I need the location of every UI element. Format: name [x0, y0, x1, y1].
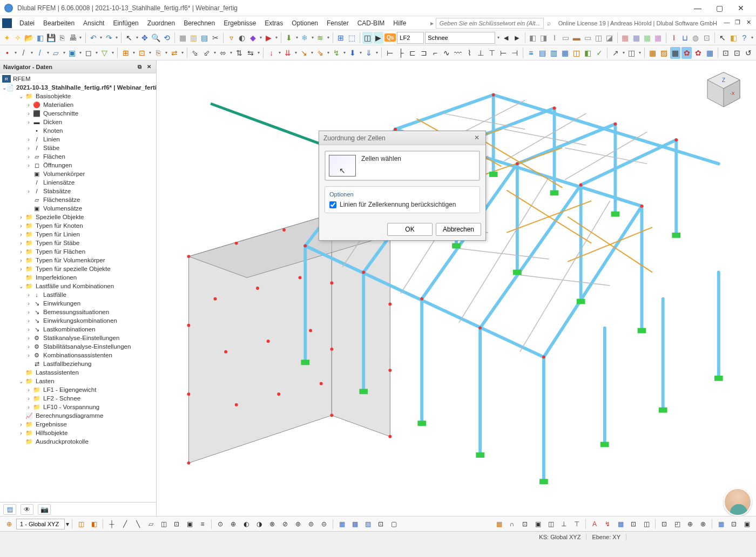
- menu-bearbeiten[interactable]: Bearbeiten: [39, 17, 79, 29]
- redo-icon[interactable]: ↷: [104, 32, 114, 44]
- results-toggle-icon[interactable]: ◫: [362, 32, 372, 44]
- tree-item[interactable]: /Liniensätze: [2, 178, 154, 187]
- disp2-icon[interactable]: ▩: [349, 518, 361, 530]
- select-cells-icon[interactable]: [329, 155, 356, 176]
- load2-icon[interactable]: ⇊: [282, 47, 293, 59]
- tree-item[interactable]: ›↘Einwirkungskombinationen: [2, 316, 154, 325]
- panel-icon[interactable]: ▤: [200, 32, 210, 44]
- d2-icon[interactable]: ◫: [626, 47, 637, 59]
- node-icon[interactable]: •: [2, 47, 12, 59]
- edit2-icon[interactable]: ⬃: [201, 47, 212, 59]
- prev-lc-icon[interactable]: ◄: [501, 32, 511, 44]
- i-icon[interactable]: Ⅰ: [669, 32, 679, 44]
- tree-item[interactable]: ›/Stäbe: [2, 144, 154, 152]
- disp4-icon[interactable]: ⊡: [375, 518, 387, 530]
- zoom-icon[interactable]: 🔍: [151, 32, 161, 44]
- menu-ansicht[interactable]: Ansicht: [79, 17, 109, 29]
- new-model-icon[interactable]: ✧: [13, 32, 23, 44]
- member-icon[interactable]: /: [35, 47, 45, 59]
- menu-optionen[interactable]: Optionen: [287, 17, 322, 29]
- calc-icon[interactable]: ▶: [264, 32, 274, 44]
- info-icon[interactable]: ?: [739, 32, 749, 44]
- snap9-icon[interactable]: ⊝: [318, 518, 330, 530]
- menu-einfuegen[interactable]: Einfügen: [109, 17, 143, 29]
- menu-ergebnisse[interactable]: Ergebnisse: [219, 17, 260, 29]
- v4-icon[interactable]: ▦: [560, 47, 570, 59]
- move-icon[interactable]: ✥: [140, 32, 150, 44]
- expander-icon[interactable]: ›: [17, 232, 25, 237]
- d1-icon[interactable]: ↗: [610, 47, 620, 59]
- mdi-close-icon[interactable]: ✕: [744, 19, 753, 28]
- load6-icon[interactable]: ⬇: [347, 47, 357, 59]
- mdi-minimize-icon[interactable]: —: [723, 19, 731, 28]
- menu-zuordnen[interactable]: Zuordnen: [143, 17, 179, 29]
- menu-berechnen[interactable]: Berechnen: [179, 17, 219, 29]
- tree-item[interactable]: ›📁Spezielle Objekte: [2, 213, 154, 221]
- tree-item[interactable]: ›📁Typen für Stäbe: [2, 239, 154, 247]
- misc5-icon[interactable]: ▦: [620, 32, 630, 44]
- misc3-icon[interactable]: ◫: [593, 32, 603, 44]
- checkbox-lines-for-cell-detection[interactable]: Linien für Zellerkennung berücksichtigen: [329, 201, 475, 208]
- r3-icon[interactable]: ⊡: [519, 518, 531, 530]
- dim7-icon[interactable]: 〰: [453, 47, 463, 59]
- tree-item[interactable]: •Knoten: [2, 126, 154, 135]
- visibility-icon[interactable]: ◐: [237, 32, 247, 44]
- expander-icon[interactable]: ›: [25, 162, 32, 168]
- b2-icon[interactable]: ╱: [119, 518, 131, 530]
- loadcase-desc-combo[interactable]: [425, 32, 495, 44]
- tree-item[interactable]: ⌄📁Lasten: [2, 377, 154, 385]
- r10-icon[interactable]: ▦: [615, 518, 626, 530]
- expander-icon[interactable]: ›: [25, 327, 32, 332]
- tree-item[interactable]: ›↓Lastfälle: [2, 290, 154, 299]
- b7-icon[interactable]: ▣: [184, 518, 195, 530]
- menu-datei[interactable]: Datei: [15, 17, 39, 29]
- r2-icon[interactable]: ∩: [506, 518, 518, 530]
- tree-item[interactable]: 📁Lastassistenten: [2, 368, 154, 377]
- tree-item[interactable]: ›▱Flächen: [2, 152, 154, 161]
- v1-icon[interactable]: ≡: [526, 47, 536, 59]
- expander-icon[interactable]: ›: [25, 111, 32, 117]
- expander-icon[interactable]: ›: [25, 387, 32, 393]
- mirror-icon[interactable]: ⇄: [169, 47, 179, 59]
- mdi-restore-icon[interactable]: ❐: [733, 19, 742, 28]
- tree-project[interactable]: ⌄ 📄 2021-10-13_Stahlhalle_fertig.rf6* | …: [2, 83, 154, 92]
- expander-icon[interactable]: ›: [25, 396, 32, 402]
- expander-icon[interactable]: ⌄: [17, 378, 25, 384]
- misc9-icon[interactable]: ◍: [691, 32, 700, 44]
- expander-icon[interactable]: ›: [25, 318, 32, 324]
- expander-icon[interactable]: ›: [25, 309, 32, 315]
- qs-badge[interactable]: Qs: [384, 33, 396, 42]
- tree-item[interactable]: ›⚙Stabilitätsanalyse-Einstellungen: [2, 342, 154, 351]
- menu-hilfe[interactable]: Hilfe: [389, 17, 410, 29]
- misc4-icon[interactable]: ◪: [605, 32, 615, 44]
- g5-icon[interactable]: ✿: [693, 47, 703, 59]
- ok-button[interactable]: OK: [387, 223, 433, 236]
- r9-icon[interactable]: ↯: [602, 518, 613, 530]
- steel-icon[interactable]: Ⅰ: [550, 32, 559, 44]
- b6-icon[interactable]: ⊡: [171, 518, 183, 530]
- expander-icon[interactable]: ›: [25, 137, 32, 142]
- tree-item[interactable]: ⌄📁Basisobjekte: [2, 92, 154, 100]
- snap1-icon[interactable]: ⊙: [214, 518, 226, 530]
- keyword-search-input[interactable]: [436, 18, 544, 29]
- generate-icon[interactable]: ⊡: [137, 47, 147, 59]
- r14-icon[interactable]: ◰: [671, 518, 683, 530]
- misc7-icon[interactable]: ▦: [642, 32, 652, 44]
- copy-icon[interactable]: ⎘: [153, 47, 163, 59]
- expander-icon[interactable]: ⌄: [2, 85, 6, 91]
- b4-icon[interactable]: ▱: [145, 518, 157, 530]
- cancel-button[interactable]: Abbrechen: [436, 223, 481, 236]
- r1-icon[interactable]: ▦: [493, 518, 505, 530]
- v5-icon[interactable]: ◫: [571, 47, 582, 59]
- tree-item[interactable]: ›📁Typen für Flächen: [2, 247, 154, 256]
- r8-icon[interactable]: A: [589, 518, 600, 530]
- r19-icon[interactable]: ▣: [741, 518, 753, 530]
- cursor-icon[interactable]: ↖: [124, 32, 134, 44]
- close-button[interactable]: ✕: [730, 1, 752, 16]
- grid-icon[interactable]: ⊞: [120, 47, 131, 59]
- misc8-icon[interactable]: ▦: [653, 32, 663, 44]
- load5-icon[interactable]: ↯: [331, 47, 341, 59]
- rotate-icon[interactable]: ⟲: [162, 32, 172, 44]
- expander-icon[interactable]: ›: [25, 188, 32, 194]
- g2-icon[interactable]: ▨: [659, 47, 669, 59]
